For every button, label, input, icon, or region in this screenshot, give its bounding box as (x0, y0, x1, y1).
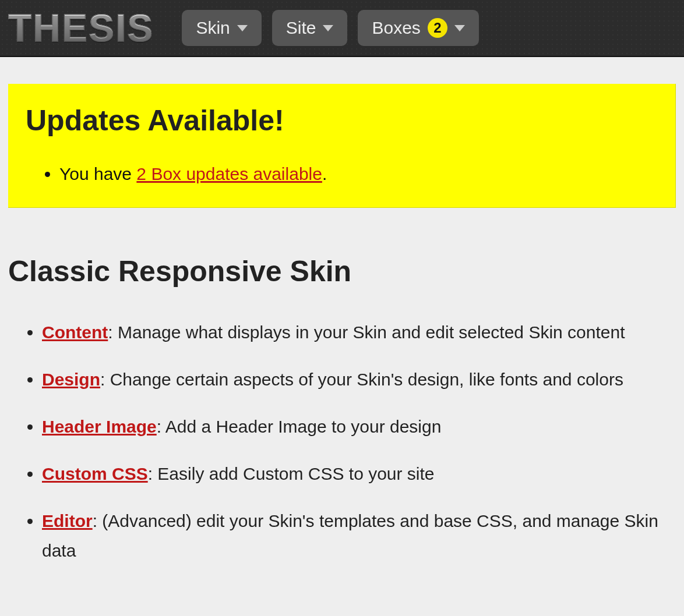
alert-item: You have 2 Box updates available. (59, 164, 658, 184)
list-item: Custom CSS: Easily add Custom CSS to you… (42, 459, 676, 488)
list-item-desc: : Manage what displays in your Skin and … (108, 323, 625, 342)
section-title: Classic Responsive Skin (8, 254, 676, 288)
header-image-link[interactable]: Header Image (42, 417, 157, 436)
nav-boxes-badge: 2 (428, 18, 447, 38)
list-item-desc: : Change certain aspects of your Skin's … (100, 370, 623, 389)
alert-title: Updates Available! (26, 104, 658, 137)
custom-css-link[interactable]: Custom CSS (42, 464, 148, 483)
nav-boxes-label: Boxes (372, 18, 420, 38)
nav-boxes-dropdown[interactable]: Boxes 2 (358, 10, 478, 46)
list-item: Editor: (Advanced) edit your Skin's temp… (42, 506, 676, 565)
chevron-down-icon (237, 25, 248, 31)
chevron-down-icon (454, 25, 465, 31)
chevron-down-icon (323, 25, 333, 31)
feature-list: Content: Manage what displays in your Sk… (8, 317, 676, 565)
alert-item-suffix: . (322, 164, 327, 183)
list-item: Header Image: Add a Header Image to your… (42, 412, 676, 441)
list-item-desc: : (Advanced) edit your Skin's templates … (42, 511, 658, 560)
list-item: Content: Manage what displays in your Sk… (42, 317, 676, 347)
content-link[interactable]: Content (42, 323, 108, 342)
nav-skin-dropdown[interactable]: Skin (182, 10, 261, 46)
list-item: Design: Change certain aspects of your S… (42, 364, 676, 394)
page-content: Updates Available! You have 2 Box update… (0, 57, 684, 606)
nav-site-label: Site (286, 18, 316, 38)
list-item-desc: : Easily add Custom CSS to your site (148, 464, 435, 483)
editor-link[interactable]: Editor (42, 511, 93, 530)
top-navbar: THESIS Skin Site Boxes 2 (0, 0, 684, 57)
updates-alert: Updates Available! You have 2 Box update… (8, 84, 676, 208)
nav-skin-label: Skin (196, 18, 230, 38)
list-item-desc: : Add a Header Image to your design (157, 417, 442, 436)
alert-item-prefix: You have (59, 164, 136, 183)
alert-box-updates-link[interactable]: 2 Box updates available (136, 164, 322, 183)
thesis-logo: THESIS (8, 9, 154, 47)
design-link[interactable]: Design (42, 370, 100, 389)
nav-site-dropdown[interactable]: Site (272, 10, 348, 46)
